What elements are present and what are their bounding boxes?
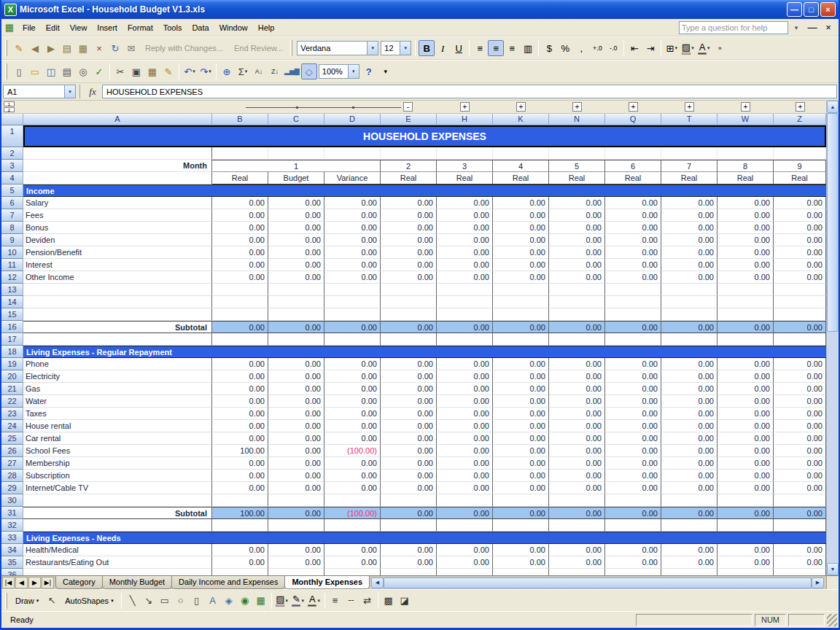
cell-N7[interactable]: 0.00 [549, 209, 605, 222]
scroll-left-icon[interactable]: ◀ [371, 578, 384, 588]
cell-N30[interactable] [549, 494, 605, 507]
cell-D17[interactable] [324, 333, 381, 346]
cell-Q23[interactable]: 0.00 [605, 408, 661, 420]
row-header-25[interactable]: 25 [1, 432, 23, 445]
cell-K12[interactable]: 0.00 [493, 271, 549, 284]
cell-W8[interactable]: 0.00 [718, 222, 774, 234]
cell-T3[interactable]: 7 [661, 160, 718, 172]
oval-icon[interactable]: ○ [173, 593, 189, 609]
cell-Q22[interactable]: 0.00 [605, 395, 661, 408]
cell-A14[interactable] [23, 296, 212, 308]
cell-A3[interactable]: Month [23, 160, 212, 172]
row-header-3[interactable]: 3 [1, 160, 23, 172]
cell-T24[interactable]: 0.00 [661, 420, 718, 432]
spelling-icon[interactable]: ✓ [91, 63, 107, 79]
cell-B14[interactable] [212, 296, 268, 308]
row-header-21[interactable]: 21 [1, 383, 23, 395]
cell-D8[interactable]: 0.00 [324, 222, 381, 234]
cell-W36[interactable] [718, 569, 774, 575]
next-sheet-button[interactable]: ▶ [28, 577, 41, 588]
cell-C20[interactable]: 0.00 [268, 370, 324, 383]
cell-C21[interactable]: 0.00 [268, 383, 324, 395]
cell-A18[interactable]: Living Expenses - Regular Repayment [23, 346, 826, 358]
cell-N9[interactable]: 0.00 [549, 234, 605, 246]
cell-K27[interactable]: 0.00 [493, 457, 549, 470]
cell-W16[interactable]: 0.00 [718, 321, 774, 333]
menu-edit[interactable]: Edit [41, 21, 65, 34]
row-header-2[interactable]: 2 [1, 147, 23, 160]
cell-E32[interactable] [381, 519, 437, 532]
cell-A36[interactable] [23, 569, 212, 575]
new-workbook-icon[interactable]: ▯ [11, 63, 27, 79]
chevron-down-icon[interactable]: ▾ [64, 85, 75, 98]
last-sheet-button[interactable]: ▶| [42, 577, 54, 588]
cell-W27[interactable]: 0.00 [718, 457, 774, 470]
rectangle-icon[interactable]: ▭ [157, 593, 173, 609]
cell-K20[interactable]: 0.00 [493, 370, 549, 383]
save-icon[interactable]: ◫ [43, 63, 59, 79]
cell-Z22[interactable]: 0.00 [774, 395, 826, 408]
cell-Q19[interactable]: 0.00 [605, 358, 661, 370]
insert-clipart-icon[interactable]: ◉ [237, 593, 253, 609]
cell-C19[interactable]: 0.00 [268, 358, 324, 370]
cell-Q32[interactable] [605, 519, 661, 532]
cell-K9[interactable]: 0.00 [493, 234, 549, 246]
cell-Q24[interactable]: 0.00 [605, 420, 661, 432]
cell-D20[interactable]: 0.00 [324, 370, 381, 383]
cell-Z4[interactable]: Real [774, 172, 826, 184]
cell-H14[interactable] [437, 296, 493, 308]
cell-T4[interactable]: Real [661, 172, 718, 184]
row-header-16[interactable]: 16 [1, 321, 23, 333]
cell-T16[interactable]: 0.00 [661, 321, 718, 333]
line-icon[interactable]: ╲ [125, 593, 141, 609]
cell-E21[interactable]: 0.00 [381, 383, 437, 395]
cell-W11[interactable]: 0.00 [718, 259, 774, 271]
toolbar-options-icon[interactable]: » [712, 40, 728, 56]
cell-B12[interactable]: 0.00 [212, 271, 268, 284]
cell-T10[interactable]: 0.00 [661, 246, 718, 259]
cell-H19[interactable]: 0.00 [437, 358, 493, 370]
cell-E29[interactable]: 0.00 [381, 482, 437, 494]
align-center-button[interactable]: ≡ [488, 40, 504, 56]
cell-K13[interactable] [493, 284, 549, 296]
arrow-icon[interactable]: ↘ [141, 593, 157, 609]
cell-Q20[interactable]: 0.00 [605, 370, 661, 383]
cell-N11[interactable]: 0.00 [549, 259, 605, 271]
cell-H11[interactable]: 0.00 [437, 259, 493, 271]
row-header-20[interactable]: 20 [1, 370, 23, 383]
cell-Q34[interactable]: 0.00 [605, 544, 661, 556]
cell-Z16[interactable]: 0.00 [774, 321, 826, 333]
cell-B7[interactable]: 0.00 [212, 209, 268, 222]
row-header-11[interactable]: 11 [1, 259, 23, 271]
cell-H2[interactable] [437, 147, 493, 160]
font-name-combo[interactable]: Verdana ▾ [297, 41, 378, 55]
cell-D24[interactable]: 0.00 [324, 420, 381, 432]
send-to-mail-recipient-icon[interactable]: ✉ [123, 40, 139, 56]
cell-H4[interactable]: Real [437, 172, 493, 184]
cell-Q6[interactable]: 0.00 [605, 197, 661, 209]
cell-Q31[interactable]: 0.00 [605, 507, 661, 519]
cell-T13[interactable] [661, 284, 718, 296]
cell-Z25[interactable]: 0.00 [774, 432, 826, 445]
cell-A19[interactable]: Phone [23, 358, 212, 370]
outline-expand-button-6[interactable]: + [741, 102, 750, 112]
comma-style-button[interactable]: , [573, 40, 589, 56]
cell-K4[interactable]: Real [493, 172, 549, 184]
cell-H7[interactable]: 0.00 [437, 209, 493, 222]
cell-N10[interactable]: 0.00 [549, 246, 605, 259]
cell-B6[interactable]: 0.00 [212, 197, 268, 209]
sheet-tab-daily-income-and-expenses[interactable]: Daily Income and Expenses [171, 576, 285, 589]
cell-K15[interactable] [493, 308, 549, 321]
cell-T31[interactable]: 0.00 [661, 507, 718, 519]
cell-A13[interactable] [23, 284, 212, 296]
cell-Z28[interactable]: 0.00 [774, 470, 826, 482]
column-header-A[interactable]: A [23, 114, 212, 125]
cell-K30[interactable] [493, 494, 549, 507]
chevron-down-icon[interactable]: ▾ [367, 42, 378, 55]
draw-menu-button[interactable]: Draw ▾ [11, 593, 43, 609]
cell-H35[interactable]: 0.00 [437, 556, 493, 569]
cell-D21[interactable]: 0.00 [324, 383, 381, 395]
cell-B31[interactable]: 100.00 [212, 507, 268, 519]
cell-B17[interactable] [212, 333, 268, 346]
cell-H28[interactable]: 0.00 [437, 470, 493, 482]
